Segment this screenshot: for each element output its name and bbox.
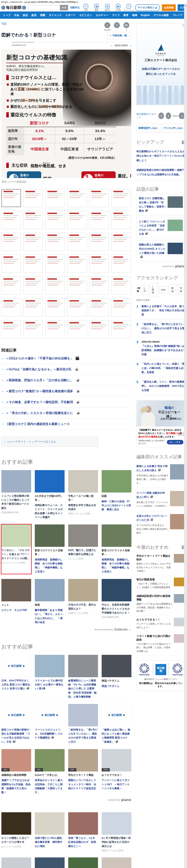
article-card[interactable]: 毎日新聞 （PR） 「健康とはほど遠い」 陰性になっても続く倦怠感と嗅覚障害 新… [102,704,132,744]
photo-thumb[interactable] [67,233,87,251]
article-card[interactable]: 幻の赤池 9年ぶり出現 長雨の影響か 富士「第6の湖」 1週間後には消滅？ [68,858,98,868]
photo-thumb[interactable] [111,233,131,251]
article-card[interactable]: （PR） 月末のギガ不足、意外な原因とは？ (LINEモバイル) [PR] [68,579,98,624]
quick-link[interactable]: ▤ 朝夕刊 [103,4,112,11]
related-link[interactable]: › ＜「骨太の方針」スカスカ＞苦境の医療先送りに [1,408,131,418]
photo-thumb[interactable] [45,189,65,207]
photo-thumb[interactable] [67,189,87,207]
nav-item[interactable]: プレミア [171,13,184,17]
photo-thumb[interactable] [89,255,109,273]
photo-thumb[interactable] [111,277,131,294]
article-card[interactable]: キリンが開発した生ビールサービスが凄すぎ (キリンビール) [PR] [1,812,31,852]
outbrain-credit[interactable]: Recommended byOutbrain|▷ [1,628,131,631]
prev-photo-button[interactable]: ‹ [111,44,112,47]
site-logo[interactable]: 毎日新聞 [1,5,26,10]
ranking-item[interactable]: 1 教師による性暴力「大人の見本、疑う発想持てず」 実名で明かす女性の告発 [137,302,185,319]
article-card[interactable]: （PR） 新型コロナウイルス見物客… 相馬野馬追 規模縮小し開催 全ての行事を無… [102,524,132,574]
paper-subscribe-button[interactable]: 新聞宅配申し込み› [137,124,160,133]
related-link[interactable]: › ＜GoToは「自爆行為になるかも」＞藻谷浩介氏 [1,364,131,375]
photo-thumb[interactable] [24,255,43,273]
photo-thumb[interactable] [111,320,131,338]
article-card[interactable]: （PR） 将棋 藤井新棋聖「あまり実感ない」「母から、よかったねと言われた」 一… [35,579,65,624]
sanko-ad[interactable]: i SANKOESTATE 三幸エステート株式会社 全国10万棟のデータベースか… [137,23,185,105]
twitter-icon[interactable]: t [104,22,110,28]
photo-thumb[interactable] [45,211,65,229]
photo-thumb[interactable] [1,189,21,207]
nav-item[interactable]: 国際 [38,13,47,17]
photo-thumb[interactable] [45,299,65,316]
ranking-tab[interactable]: 1日› [142,285,149,295]
photo-thumb[interactable] [45,255,65,273]
photo-thumb[interactable] [24,320,43,338]
photo-thumb[interactable] [89,211,109,229]
photo-list-button[interactable]: ≡ 写真特集一覧 › [108,32,131,39]
weekly-item[interactable]: おうちでできる！！ アンケートに回答してポイントをGETしよう！ [137,615,185,632]
photo-thumb[interactable] [67,320,87,338]
nav-item[interactable]: 地域 [130,13,139,17]
photo-thumb[interactable] [24,211,43,229]
breadcrumb[interactable]: 写真 [1,22,7,26]
ranking-item[interactable]: 5 「夏目友人帳」ファン、熊本の復興後押し ゆかりの旅館被害 SNSで広がる支援 [137,377,185,395]
photo-thumb[interactable] [89,189,109,207]
quick-link[interactable]: ▣ 刊行物 [114,4,122,11]
pickup-item[interactable]: 成績保証制度が好評の個別指導塾！成績アップできなければ授業料を3カ月免除。 [137,165,185,180]
nav-item[interactable]: トップ [1,13,12,17]
weekly-item[interactable]: 毎日が囲碁道場 「次の一手」の問題にチャレンジ！【出題】二十四世本因坊秀芳 [137,575,185,592]
ad-detail-button[interactable]: 詳しく見る [167,440,183,444]
photo-thumb[interactable] [1,320,21,338]
photo-thumb[interactable] [67,211,87,229]
nav-item[interactable]: デジタル紙面 [152,13,171,17]
search-input[interactable] [28,5,60,10]
topic-item[interactable]: 新型コロナ 抗菌剤施し佐久島へ 効果1年「安心して乗船を」西尾市 /愛知 [137,194,185,215]
photo-thumb[interactable] [111,189,131,207]
photo-thumb[interactable] [89,299,109,316]
photo-thumb[interactable] [45,277,65,294]
photo-thumb[interactable] [24,299,43,316]
article-card[interactable]: 6ヶ月で骨密度が増加！科学的に証明された注目の成分とは (雪印メグミルク) [P… [102,812,132,852]
article-card[interactable]: （PR） 学生がリモートで番組 授業のノウハウ生かしドキュメンタリー制作、全国の… [68,749,98,795]
article-card[interactable]: （PR） 話題 静岡・三島の小浜池、57年ぶりに水位2メートル突破 最高に迫る [102,470,132,519]
article-card[interactable]: （PR） ｅｙｅ ヒロシマ ６人の75年 [1,579,31,624]
article-card[interactable]: （PR） 今なら、先進安全装備満載のエクストレイルをお手頃価格であなたにも！ (… [102,579,132,624]
article-card[interactable]: 吉村・大阪知事「第2波に入った」 若者に警戒呼びかけ、移動自粛は求めず [35,858,65,868]
article-card[interactable]: （PR） ウソみたい、「グルコサミン」を超えるパワー！ダイドードリンコが開… (… [1,524,31,574]
next-photo-button[interactable]: › [130,44,131,47]
nav-item[interactable]: 社会 [12,13,21,17]
photo-thumb[interactable] [24,277,43,294]
article-card[interactable]: 首相「巣ごもり」1カ月 記者会見開かれず 説明責任どこへ [68,812,98,852]
nav-item[interactable]: ライフ [110,13,122,17]
article-card[interactable]: USBポート・スキミング防止ポケット付き、機能性高いバッグ (WEXLEY JA… [1,858,31,868]
article-card[interactable]: 毎日新聞 （PR） ファミレスのジョイフル、200店舗閉鎖へ コロナで業績悪化 [35,704,65,744]
ranking-tab[interactable]: SNS› [159,286,169,293]
photo-thumb[interactable] [24,233,43,251]
weekly-item[interactable]: 学生がリモートでＴＶ番組を制作 授業のノウハウ生かしコロナ下の生活をドキュメンタ… [137,552,185,575]
twitter-icon[interactable]: t [166,113,171,119]
related-link[interactable]: › ＜23日からの４連休＞「不要不急の外出自粛を」 [1,353,131,364]
nav-item[interactable]: カルチャー [94,13,110,17]
nav-item[interactable]: オピニオン [77,13,94,17]
photo-thumb[interactable] [89,320,109,338]
news-top-button[interactable]: › ニュースサイト・トップページはこちら [1,437,98,447]
article-card[interactable]: （PR） 牛乳メーカーが遂に発見！ 骨密度を半年で高める注目成分 (雪印メグミル… [68,470,98,519]
delivery-link[interactable]: 宅配申込 [70,6,80,9]
quick-link[interactable]: + マイニュース [124,4,133,11]
quick-link[interactable]: ▦ 数独 [92,4,101,11]
nav-item[interactable]: 経済 [30,13,38,17]
article-card[interactable]: （PR） 2カ月目まで月額100円。有… 有料記事やウォール・ストリート・ジャー… [35,470,65,519]
ranking-tab[interactable]: 動画› [170,284,177,295]
register-button[interactable]: 会員登録 [162,4,176,11]
nav-item[interactable]: 政治 [21,13,30,17]
related-link[interactable]: › ＜その検査、必要ですか？＞陰性証明、不安解消 [1,397,131,408]
related-link[interactable]: › ＜医師家族、苦悩の３カ月＞「父の体を治験に」 [1,375,131,386]
article-card[interactable]: 食事が関係？加齢による「記憶力の低下」、意外な対策法とは (ニッスイ) [PR] [102,858,132,868]
scrollbar-up-icon[interactable]: ▲ [184,4,187,7]
photo-thumb[interactable] [67,277,87,294]
nav-item[interactable]: サイエンス [47,13,64,17]
pickup-item[interactable]: 毎日新聞社からギフトカードがもらえるお得なお知らせ～毎日アンケートパネルに登録し… [137,147,185,165]
facebook-icon[interactable]: f [158,113,164,119]
digital-subscribe-button[interactable]: デジタル申し込み› [161,124,185,133]
photo-thumb[interactable] [67,255,87,273]
article-card[interactable]: （PR） ミニバンと軽自動車の良いところが融合したって本当？新型日産ルークス誕生… [1,470,31,519]
photo-thumb[interactable] [89,233,109,251]
related-link[interactable]: › 【新型コロナ】国内の感染状況＆最新ニュース [1,418,131,430]
